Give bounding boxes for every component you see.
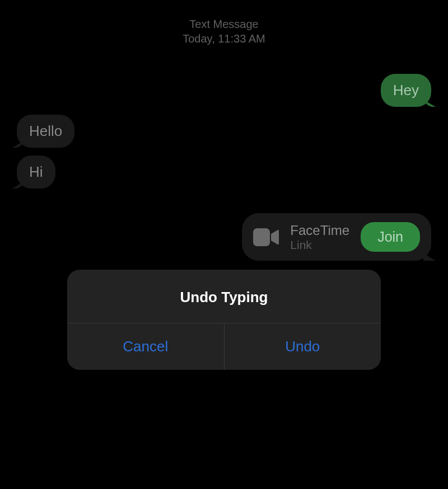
message-text: Hello [29, 123, 62, 139]
undo-dialog-overlay: Undo Typing Cancel Undo [67, 270, 381, 370]
facetime-title: FaceTime [290, 223, 349, 238]
svg-rect-0 [253, 228, 270, 246]
undo-button-label: Undo [285, 338, 320, 355]
dialog-button-row: Cancel Undo [67, 323, 381, 370]
video-icon [253, 228, 279, 246]
join-button[interactable]: Join [361, 222, 420, 252]
join-button-label: Join [377, 229, 403, 244]
conversation-header: Text Message Today, 11:33 AM [0, 0, 448, 46]
received-message-bubble[interactable]: Hi [17, 156, 55, 189]
facetime-link-card[interactable]: FaceTime Link Join [242, 213, 431, 261]
dialog-title: Undo Typing [67, 270, 381, 323]
received-message-group: Hello Hi [17, 115, 431, 196]
undo-button[interactable]: Undo [225, 323, 381, 370]
header-title: Text Message [0, 17, 448, 31]
received-message-bubble[interactable]: Hello [17, 115, 74, 148]
message-text: Hi [29, 163, 43, 180]
message-text: Hey [393, 82, 419, 98]
sent-message-bubble[interactable]: Hey [381, 74, 431, 107]
header-timestamp: Today, 11:33 AM [0, 31, 448, 46]
cancel-button[interactable]: Cancel [67, 323, 225, 370]
undo-dialog: Undo Typing Cancel Undo [67, 270, 381, 370]
cancel-button-label: Cancel [123, 338, 168, 355]
facetime-subtitle: Link [290, 238, 349, 252]
facetime-text-group: FaceTime Link [290, 223, 349, 252]
messages-container: Hey Hello Hi FaceTime Link Join [0, 46, 448, 272]
